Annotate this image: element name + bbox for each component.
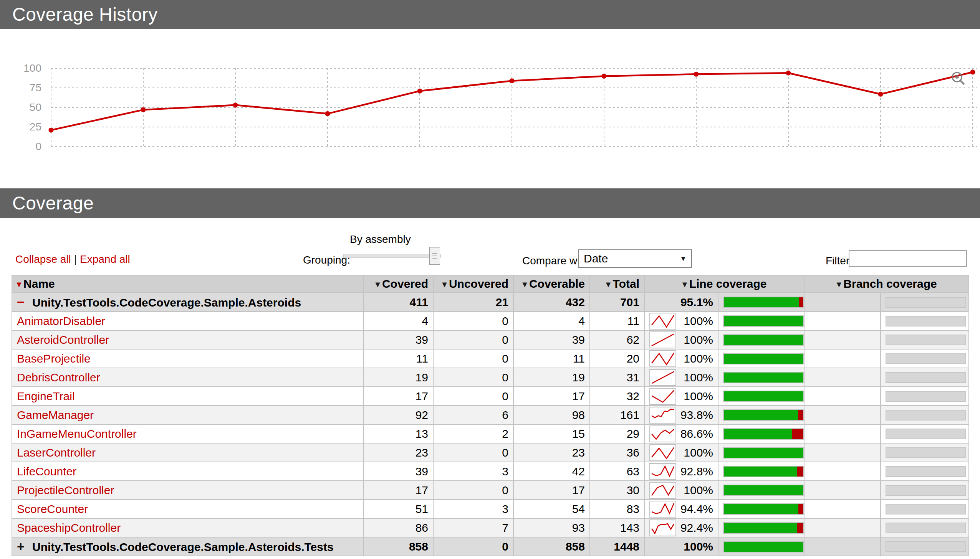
coverable-cell: 17 [513,481,590,499]
line-coverage-percent: 86.6% [680,427,713,440]
total-cell: 36 [590,443,644,462]
branch-coverage-percent-cell [805,349,881,368]
class-link[interactable]: ScoreCounter [17,503,88,515]
class-link[interactable]: EngineTrail [17,390,75,402]
coverage-history-sparkline[interactable] [649,463,676,480]
branch-coverage-percent-cell [805,443,881,462]
line-coverage-bar-cell [718,424,805,443]
class-link[interactable]: GameManager [17,408,94,421]
coverable-cell: 23 [513,443,590,462]
branch-coverage-percent-cell [805,481,881,499]
class-link[interactable]: AnimatorDisabler [17,314,105,327]
name-cell: GameManager [12,405,364,424]
branch-coverage-bar [885,334,966,345]
class-link[interactable]: ProjectileController [17,484,114,496]
covered-cell: 39 [364,330,433,349]
collapse-row-icon[interactable]: − [17,294,32,309]
coverage-history-sparkline[interactable] [649,501,676,518]
column-header-line-coverage[interactable]: ▾Line coverage [644,275,805,293]
branch-coverage-percent-cell [805,405,881,424]
line-coverage-bar-cell [718,368,805,387]
grouping-slider-track[interactable] [343,254,441,258]
branch-coverage-bar-cell [881,349,969,368]
class-link[interactable]: DebrisController [17,371,100,384]
branch-coverage-bar [885,466,966,477]
uncovered-cell: 0 [433,330,513,349]
chart-zoom-icon[interactable] [950,70,967,87]
table-row: ProjectileController1701730100% [12,481,969,499]
class-link[interactable]: SpaceshipController [17,521,121,534]
total-cell: 20 [590,349,644,368]
coverable-cell: 858 [513,537,590,556]
coverage-history-sparkline[interactable] [649,519,676,536]
column-header-name[interactable]: ▾Name [12,275,364,293]
line-coverage-percent-cell: 100% [644,387,718,405]
line-coverage-percent: 95.1% [680,296,713,309]
class-link[interactable]: AsteroidController [17,333,109,346]
line-coverage-bar-cell [718,443,805,462]
coverage-history-sparkline[interactable] [649,350,676,367]
line-coverage-bar [723,390,804,402]
column-header-coverable[interactable]: ▾Coverable [513,275,590,293]
class-link[interactable]: LaserController [17,446,96,459]
assembly-name: Unity.TestTools.CodeCoverage.Sample.Aste… [32,541,334,553]
expand-row-icon[interactable]: + [17,539,32,554]
column-header-uncovered[interactable]: ▾Uncovered [433,275,513,293]
branch-coverage-percent-cell [805,462,881,481]
coverage-history-sparkline[interactable] [649,388,676,405]
line-coverage-bar [723,447,804,458]
coverage-history-sparkline[interactable] [649,407,676,423]
coverage-history-sparkline[interactable] [649,425,676,442]
line-coverage-bar [723,315,804,327]
uncovered-cell: 6 [433,405,513,424]
coverable-cell: 39 [513,330,590,349]
name-cell: SpaceshipController [12,518,364,537]
branch-coverage-bar-cell [881,462,969,481]
covered-cell: 17 [364,481,433,499]
history-data-point [694,72,699,77]
name-cell: EngineTrail [12,387,364,405]
coverage-history-sparkline[interactable] [649,369,676,386]
coverage-history-sparkline[interactable] [649,331,676,348]
history-data-point [509,78,514,83]
link-separator: | [71,253,80,265]
filter-input[interactable] [849,250,967,267]
class-link[interactable]: BaseProjectile [17,352,91,365]
line-coverage-bar [723,428,804,440]
y-axis-tick-label: 25 [30,121,41,133]
line-coverage-bar-cell [718,462,805,481]
class-link[interactable]: InGameMenuController [17,427,137,440]
branch-coverage-bar-cell [881,311,969,330]
branch-coverage-bar-cell [881,499,969,518]
coverable-cell: 93 [513,518,590,537]
total-cell: 62 [590,330,644,349]
column-header-branch-coverage[interactable]: ▾Branch coverage [805,275,969,293]
collapse-all-link[interactable]: Collapse all [15,253,71,265]
covered-cell: 86 [364,518,433,537]
coverage-history-sparkline[interactable] [649,444,676,461]
branch-coverage-bar [885,541,966,552]
uncovered-cell: 0 [433,311,513,330]
sort-arrow-icon: ▾ [837,280,841,289]
branch-coverage-bar [885,523,966,533]
branch-coverage-bar [885,504,966,514]
coverage-history-sparkline[interactable] [649,313,676,329]
line-coverage-percent-cell: 100% [644,311,718,330]
coverable-cell: 432 [513,293,590,311]
line-coverage-percent: 92.8% [680,465,713,478]
line-coverage-percent: 100% [683,484,713,497]
expand-all-link[interactable]: Expand all [80,253,130,265]
history-data-point [325,111,330,116]
column-header-covered[interactable]: ▾Covered [364,275,433,293]
coverage-history-sparkline[interactable] [649,482,676,499]
line-coverage-percent-cell: 86.6% [644,424,718,443]
covered-cell: 17 [364,387,433,405]
compare-with-select[interactable]: Date ▼ [578,250,692,268]
column-header-total[interactable]: ▾Total [590,275,644,293]
coverable-cell: 17 [513,387,590,405]
grouping-slider-thumb[interactable] [429,247,440,265]
collapse-expand-links: Collapse all|Expand all [15,253,130,266]
class-link[interactable]: LifeCounter [17,465,76,478]
total-cell: 63 [590,462,644,481]
assembly-name: Unity.TestTools.CodeCoverage.Sample.Aste… [32,296,301,309]
